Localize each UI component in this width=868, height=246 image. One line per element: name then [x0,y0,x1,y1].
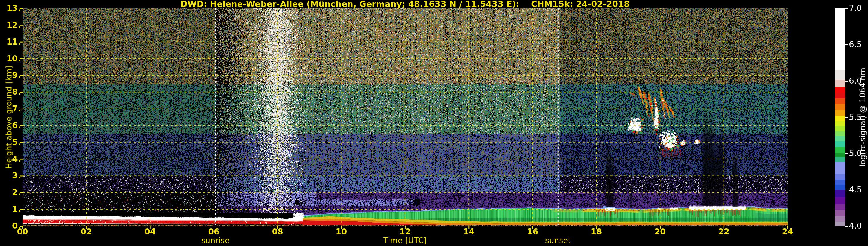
colorbar-tick [845,8,848,9]
colorbar-tick [845,190,848,190]
x-tick-label: 14 [463,227,474,236]
x-tick-label: 20 [654,227,666,236]
colorbar-segment [835,162,845,174]
colorbar-segment [835,121,845,126]
x-tick-label: 22 [718,227,730,236]
y-tick-label: 1. [0,205,21,214]
x-tick-label: 16 [527,227,538,236]
y-tick-label: 13. [0,4,21,13]
colorbar-segment [835,190,845,197]
sunrise-label: sunrise [202,236,230,245]
colorbar-segment [835,131,845,136]
colorbar-segment [835,116,845,121]
colorbar-tick-label: 6.0 [849,76,862,86]
colorbar-segment [835,70,845,80]
colorbar-segment [835,8,845,70]
y-tick-label: 5. [0,138,21,147]
x-tick-label: 08 [272,227,283,236]
colorbar-segment [835,136,845,141]
colorbar-segment [835,210,845,217]
colorbar-segment [835,180,845,185]
colorbar-segment [835,80,845,87]
colorbar-tick [845,226,848,226]
heatmap-canvas [0,0,868,246]
colorbar-tick [845,153,848,154]
colorbar-tick [845,117,848,118]
colorbar-segment [835,157,845,162]
y-tick-label: 6. [0,121,21,130]
colorbar-segment [835,93,845,99]
colorbar-segment [835,98,845,104]
colorbar-segment [835,222,845,226]
colorbar-tick-label: 7.0 [849,4,862,13]
colorbar-segment [835,110,845,116]
colorbar-segment [835,185,845,190]
plot-title: DWD: Helene-Weber-Allee (München, German… [181,0,630,9]
y-tick-label: 12. [0,21,21,30]
colorbar-segment [835,153,845,157]
colorbar-segment [835,126,845,131]
colorbar-segment [835,216,845,222]
x-tick-label: 00 [17,227,28,236]
colorbar-tick-label: 5.5 [849,113,862,122]
x-tick-label: 02 [81,227,92,236]
x-tick-label: 10 [336,227,347,236]
x-tick-label: 12 [400,227,411,236]
colorbar-tick-label: 4.0 [849,221,862,230]
colorbar-segment [835,197,845,205]
colorbar-tick-label: 6.5 [849,40,862,49]
x-tick-label: 06 [208,227,220,236]
x-tick-label: 04 [144,227,156,236]
y-tick-label: 3. [0,171,21,180]
colorbar-segment [835,174,845,180]
y-tick-label: 8. [0,87,21,97]
colorbar-tick [845,81,848,82]
colorbar-segment [835,204,845,210]
y-tick-label: 4. [0,155,21,164]
x-axis-title: Time [UTC] [383,236,427,245]
x-tick-label: 18 [591,227,602,236]
y-axis-title: Height above ground [km] [4,66,13,169]
sunset-label: sunset [545,236,571,245]
colorbar-segment [835,147,845,153]
colorbar-tick [845,44,848,45]
colorbar-segment [835,104,845,110]
colorbar-tick-label: 5.0 [849,149,862,158]
x-tick-label: 24 [782,227,793,236]
colorbar-tick-label: 4.5 [849,185,862,194]
colorbar-segment [835,141,845,147]
y-tick-label: 2. [0,188,21,197]
colorbar-segment [835,87,845,93]
y-tick-label: 10. [0,54,21,63]
y-tick-label: 11. [0,37,21,47]
y-tick-label: 9. [0,71,21,80]
y-tick-label: 7. [0,104,21,114]
ceilometer-quicklook: DWD: Helene-Weber-Allee (München, German… [0,0,868,246]
